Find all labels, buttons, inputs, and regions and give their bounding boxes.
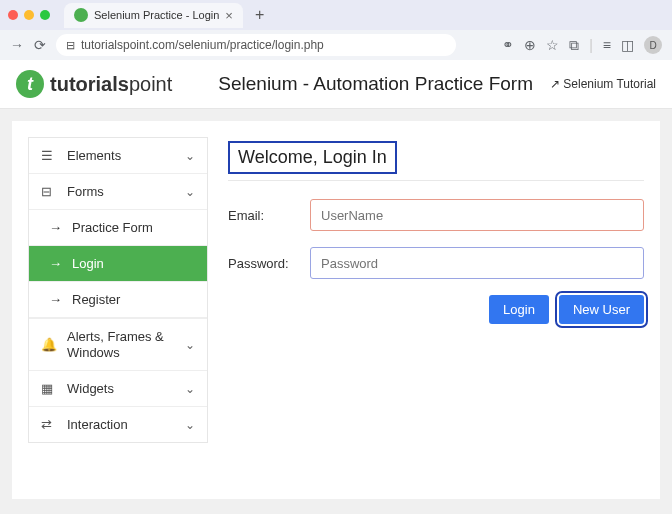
site-info-icon[interactable]: ⊟ bbox=[66, 39, 75, 52]
link-icon[interactable]: ⚭ bbox=[502, 37, 514, 53]
form-icon: ⊟ bbox=[41, 184, 57, 199]
forward-icon[interactable]: → bbox=[10, 37, 24, 53]
tab-bar: Selenium Practice - Login × + bbox=[0, 0, 672, 30]
minimize-window-dot[interactable] bbox=[24, 10, 34, 20]
form-actions: Login New User bbox=[228, 295, 644, 324]
url-field[interactable]: ⊟ tutorialspoint.com/selenium/practice/l… bbox=[56, 34, 456, 56]
tab-title: Selenium Practice - Login bbox=[94, 9, 219, 21]
profile-avatar[interactable]: D bbox=[644, 36, 662, 54]
reload-icon[interactable]: ⟳ bbox=[34, 37, 46, 53]
panel-icon[interactable]: ◫ bbox=[621, 37, 634, 53]
email-row: Email: bbox=[228, 199, 644, 231]
traffic-lights bbox=[8, 10, 50, 20]
chevron-down-icon: ⌄ bbox=[185, 185, 195, 199]
logo-mark-icon: t bbox=[16, 70, 44, 98]
login-button[interactable]: Login bbox=[489, 295, 549, 324]
selenium-tutorial-link[interactable]: ↗ Selenium Tutorial bbox=[550, 77, 656, 91]
chevron-down-icon: ⌄ bbox=[185, 418, 195, 432]
welcome-heading: Welcome, Login In bbox=[228, 141, 397, 174]
sidebar-label-forms: Forms bbox=[67, 184, 104, 199]
arrow-right-icon: → bbox=[49, 292, 62, 307]
arrow-right-icon: → bbox=[49, 256, 62, 271]
sidebar-label-register: Register bbox=[72, 292, 120, 307]
email-field[interactable] bbox=[310, 199, 644, 231]
separator bbox=[228, 180, 644, 181]
swap-icon: ⇄ bbox=[41, 417, 57, 432]
sidebar-sub-register[interactable]: → Register bbox=[29, 282, 207, 318]
page-title: Selenium - Automation Practice Form bbox=[218, 73, 533, 95]
grid-icon: ▦ bbox=[41, 381, 57, 396]
sidebar-label-alerts: Alerts, Frames & Windows bbox=[67, 329, 175, 360]
site-header: t tutorialspoint Selenium - Automation P… bbox=[0, 60, 672, 109]
tutorial-link-label: Selenium Tutorial bbox=[563, 77, 656, 91]
chevron-down-icon: ⌄ bbox=[185, 382, 195, 396]
sidebar-label-widgets: Widgets bbox=[67, 381, 114, 396]
bookmark-icon[interactable]: ☆ bbox=[546, 37, 559, 53]
sidebar-label-interaction: Interaction bbox=[67, 417, 128, 432]
content-area: Welcome, Login In Email: Password: Login… bbox=[228, 137, 644, 483]
site-logo[interactable]: t tutorialspoint bbox=[16, 70, 172, 98]
sidebar: ☰ Elements ⌄ ⊟ Forms ⌄ → Practice Form →… bbox=[28, 137, 208, 483]
chevron-down-icon: ⌄ bbox=[185, 338, 195, 352]
new-user-button[interactable]: New User bbox=[559, 295, 644, 324]
sidebar-label-elements: Elements bbox=[67, 148, 121, 163]
arrow-right-icon: → bbox=[49, 220, 62, 235]
sidebar-label-login: Login bbox=[72, 256, 104, 271]
url-text: tutorialspoint.com/selenium/practice/log… bbox=[81, 38, 324, 52]
close-window-dot[interactable] bbox=[8, 10, 18, 20]
new-tab-button[interactable]: + bbox=[249, 6, 270, 24]
email-label: Email: bbox=[228, 208, 298, 223]
address-bar: → ⟳ ⊟ tutorialspoint.com/selenium/practi… bbox=[0, 30, 672, 60]
sidebar-item-widgets[interactable]: ▦ Widgets ⌄ bbox=[29, 371, 207, 407]
tab-favicon bbox=[74, 8, 88, 22]
browser-chrome: Selenium Practice - Login × + → ⟳ ⊟ tuto… bbox=[0, 0, 672, 60]
sidebar-sub-practice-form[interactable]: → Practice Form bbox=[29, 210, 207, 246]
main-wrap: ☰ Elements ⌄ ⊟ Forms ⌄ → Practice Form →… bbox=[0, 109, 672, 511]
password-field[interactable] bbox=[310, 247, 644, 279]
content-card: ☰ Elements ⌄ ⊟ Forms ⌄ → Practice Form →… bbox=[12, 121, 660, 499]
sidebar-item-forms[interactable]: ⊟ Forms ⌄ bbox=[29, 174, 207, 210]
sidebar-label-practice-form: Practice Form bbox=[72, 220, 153, 235]
external-link-icon: ↗ bbox=[550, 77, 560, 91]
reader-icon[interactable]: ≡ bbox=[603, 37, 611, 53]
sidebar-item-elements[interactable]: ☰ Elements ⌄ bbox=[29, 138, 207, 174]
browser-tab[interactable]: Selenium Practice - Login × bbox=[64, 3, 243, 28]
zoom-icon[interactable]: ⊕ bbox=[524, 37, 536, 53]
chevron-down-icon: ⌄ bbox=[185, 149, 195, 163]
extensions-icon[interactable]: ⧉ bbox=[569, 37, 579, 54]
tab-close-icon[interactable]: × bbox=[225, 8, 233, 23]
logo-text: tutorialspoint bbox=[50, 73, 172, 96]
sidebar-item-alerts[interactable]: 🔔 Alerts, Frames & Windows ⌄ bbox=[29, 318, 207, 371]
hamburger-icon: ☰ bbox=[41, 148, 57, 163]
bell-icon: 🔔 bbox=[41, 337, 57, 352]
sidebar-item-interaction[interactable]: ⇄ Interaction ⌄ bbox=[29, 407, 207, 442]
password-label: Password: bbox=[228, 256, 298, 271]
password-row: Password: bbox=[228, 247, 644, 279]
maximize-window-dot[interactable] bbox=[40, 10, 50, 20]
sidebar-sub-login[interactable]: → Login bbox=[29, 246, 207, 282]
